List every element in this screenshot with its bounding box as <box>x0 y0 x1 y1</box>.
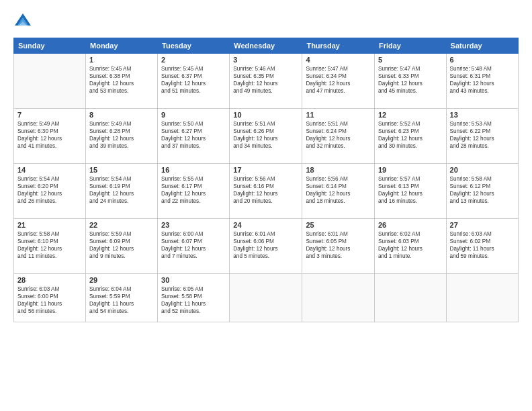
day-number: 6 <box>450 56 515 64</box>
day-info: Sunrise: 5:58 AM Sunset: 6:12 PM Dayligh… <box>450 175 515 205</box>
calendar-cell: 5Sunrise: 5:47 AM Sunset: 6:33 PM Daylig… <box>374 54 446 109</box>
calendar-cell: 19Sunrise: 5:57 AM Sunset: 6:13 PM Dayli… <box>374 164 446 219</box>
day-number: 1 <box>89 56 154 64</box>
calendar-cell: 7Sunrise: 5:49 AM Sunset: 6:30 PM Daylig… <box>14 109 86 164</box>
calendar-cell: 30Sunrise: 6:05 AM Sunset: 5:58 PM Dayli… <box>158 274 230 322</box>
day-number: 27 <box>450 221 515 229</box>
day-number: 23 <box>161 221 226 229</box>
day-info: Sunrise: 5:54 AM Sunset: 6:19 PM Dayligh… <box>89 175 154 205</box>
day-info: Sunrise: 5:51 AM Sunset: 6:24 PM Dayligh… <box>306 120 371 150</box>
day-number: 29 <box>89 276 154 284</box>
calendar-cell <box>374 274 446 322</box>
calendar-cell: 25Sunrise: 6:01 AM Sunset: 6:05 PM Dayli… <box>302 219 375 274</box>
day-info: Sunrise: 5:45 AM Sunset: 6:37 PM Dayligh… <box>161 65 226 95</box>
day-number: 13 <box>450 111 515 119</box>
day-info: Sunrise: 5:59 AM Sunset: 6:09 PM Dayligh… <box>89 230 154 260</box>
day-number: 17 <box>233 166 298 174</box>
day-info: Sunrise: 5:52 AM Sunset: 6:23 PM Dayligh… <box>378 120 443 150</box>
calendar-cell: 29Sunrise: 6:04 AM Sunset: 5:59 PM Dayli… <box>86 274 158 322</box>
week-row-1: 1Sunrise: 5:45 AM Sunset: 6:38 PM Daylig… <box>14 54 519 109</box>
day-info: Sunrise: 6:01 AM Sunset: 6:05 PM Dayligh… <box>306 230 371 260</box>
day-info: Sunrise: 5:48 AM Sunset: 6:31 PM Dayligh… <box>450 65 515 95</box>
day-number: 26 <box>378 221 443 229</box>
calendar-cell: 15Sunrise: 5:54 AM Sunset: 6:19 PM Dayli… <box>86 164 158 219</box>
calendar-cell: 16Sunrise: 5:55 AM Sunset: 6:17 PM Dayli… <box>158 164 230 219</box>
weekday-header-friday: Friday <box>374 38 446 54</box>
day-info: Sunrise: 5:56 AM Sunset: 6:14 PM Dayligh… <box>306 175 371 205</box>
logo-icon <box>13 12 32 31</box>
day-number: 25 <box>306 221 371 229</box>
weekday-header-saturday: Saturday <box>446 38 518 54</box>
day-info: Sunrise: 5:46 AM Sunset: 6:35 PM Dayligh… <box>233 65 298 95</box>
day-number: 20 <box>450 166 515 174</box>
day-number: 7 <box>17 111 82 119</box>
day-info: Sunrise: 5:51 AM Sunset: 6:26 PM Dayligh… <box>233 120 298 150</box>
calendar-cell: 21Sunrise: 5:58 AM Sunset: 6:10 PM Dayli… <box>14 219 86 274</box>
calendar-cell: 11Sunrise: 5:51 AM Sunset: 6:24 PM Dayli… <box>302 109 375 164</box>
day-info: Sunrise: 5:57 AM Sunset: 6:13 PM Dayligh… <box>378 175 443 205</box>
calendar-cell: 28Sunrise: 6:03 AM Sunset: 6:00 PM Dayli… <box>14 274 86 322</box>
day-info: Sunrise: 5:45 AM Sunset: 6:38 PM Dayligh… <box>89 65 154 95</box>
day-info: Sunrise: 5:50 AM Sunset: 6:27 PM Dayligh… <box>161 120 226 150</box>
day-info: Sunrise: 5:47 AM Sunset: 6:34 PM Dayligh… <box>306 65 371 95</box>
day-info: Sunrise: 5:47 AM Sunset: 6:33 PM Dayligh… <box>378 65 443 95</box>
calendar-cell <box>230 274 302 322</box>
calendar-cell: 14Sunrise: 5:54 AM Sunset: 6:20 PM Dayli… <box>14 164 86 219</box>
weekday-header-wednesday: Wednesday <box>230 38 302 54</box>
day-info: Sunrise: 5:53 AM Sunset: 6:22 PM Dayligh… <box>450 120 515 150</box>
calendar-cell <box>14 54 86 109</box>
day-info: Sunrise: 5:49 AM Sunset: 6:30 PM Dayligh… <box>17 120 82 150</box>
day-info: Sunrise: 5:56 AM Sunset: 6:16 PM Dayligh… <box>233 175 298 205</box>
weekday-header-thursday: Thursday <box>302 38 375 54</box>
calendar-cell: 3Sunrise: 5:46 AM Sunset: 6:35 PM Daylig… <box>230 54 302 109</box>
day-info: Sunrise: 6:00 AM Sunset: 6:07 PM Dayligh… <box>161 230 226 260</box>
day-info: Sunrise: 5:58 AM Sunset: 6:10 PM Dayligh… <box>17 230 82 260</box>
calendar-cell: 27Sunrise: 6:03 AM Sunset: 6:02 PM Dayli… <box>446 219 518 274</box>
day-number: 2 <box>161 56 226 64</box>
calendar-cell: 9Sunrise: 5:50 AM Sunset: 6:27 PM Daylig… <box>158 109 230 164</box>
calendar-cell: 13Sunrise: 5:53 AM Sunset: 6:22 PM Dayli… <box>446 109 518 164</box>
day-number: 30 <box>161 276 226 284</box>
day-number: 22 <box>89 221 154 229</box>
calendar-cell: 23Sunrise: 6:00 AM Sunset: 6:07 PM Dayli… <box>158 219 230 274</box>
day-number: 19 <box>378 166 443 174</box>
day-number: 11 <box>306 111 371 119</box>
day-number: 3 <box>233 56 298 64</box>
day-number: 21 <box>17 221 82 229</box>
calendar-cell: 10Sunrise: 5:51 AM Sunset: 6:26 PM Dayli… <box>230 109 302 164</box>
calendar-cell: 17Sunrise: 5:56 AM Sunset: 6:16 PM Dayli… <box>230 164 302 219</box>
week-row-5: 28Sunrise: 6:03 AM Sunset: 6:00 PM Dayli… <box>14 274 519 322</box>
calendar-cell: 12Sunrise: 5:52 AM Sunset: 6:23 PM Dayli… <box>374 109 446 164</box>
header <box>13 12 519 31</box>
weekday-header-sunday: Sunday <box>14 38 86 54</box>
day-number: 16 <box>161 166 226 174</box>
day-number: 15 <box>89 166 154 174</box>
calendar-cell: 26Sunrise: 6:02 AM Sunset: 6:03 PM Dayli… <box>374 219 446 274</box>
calendar-cell: 20Sunrise: 5:58 AM Sunset: 6:12 PM Dayli… <box>446 164 518 219</box>
calendar-cell: 2Sunrise: 5:45 AM Sunset: 6:37 PM Daylig… <box>158 54 230 109</box>
day-number: 14 <box>17 166 82 174</box>
week-row-4: 21Sunrise: 5:58 AM Sunset: 6:10 PM Dayli… <box>14 219 519 274</box>
weekday-header-tuesday: Tuesday <box>158 38 230 54</box>
day-number: 5 <box>378 56 443 64</box>
day-info: Sunrise: 6:01 AM Sunset: 6:06 PM Dayligh… <box>233 230 298 260</box>
calendar-cell <box>446 274 518 322</box>
day-number: 18 <box>306 166 371 174</box>
day-info: Sunrise: 6:04 AM Sunset: 5:59 PM Dayligh… <box>89 285 154 315</box>
day-info: Sunrise: 6:02 AM Sunset: 6:03 PM Dayligh… <box>378 230 443 260</box>
calendar-cell: 18Sunrise: 5:56 AM Sunset: 6:14 PM Dayli… <box>302 164 375 219</box>
calendar-cell: 22Sunrise: 5:59 AM Sunset: 6:09 PM Dayli… <box>86 219 158 274</box>
calendar-cell: 24Sunrise: 6:01 AM Sunset: 6:06 PM Dayli… <box>230 219 302 274</box>
calendar-cell: 8Sunrise: 5:49 AM Sunset: 6:28 PM Daylig… <box>86 109 158 164</box>
day-info: Sunrise: 6:03 AM Sunset: 6:02 PM Dayligh… <box>450 230 515 260</box>
week-row-2: 7Sunrise: 5:49 AM Sunset: 6:30 PM Daylig… <box>14 109 519 164</box>
day-info: Sunrise: 5:54 AM Sunset: 6:20 PM Dayligh… <box>17 175 82 205</box>
day-info: Sunrise: 6:03 AM Sunset: 6:00 PM Dayligh… <box>17 285 82 315</box>
day-number: 10 <box>233 111 298 119</box>
week-row-3: 14Sunrise: 5:54 AM Sunset: 6:20 PM Dayli… <box>14 164 519 219</box>
day-number: 8 <box>89 111 154 119</box>
day-number: 24 <box>233 221 298 229</box>
calendar-cell: 6Sunrise: 5:48 AM Sunset: 6:31 PM Daylig… <box>446 54 518 109</box>
calendar-cell <box>302 274 375 322</box>
logo <box>13 12 35 31</box>
